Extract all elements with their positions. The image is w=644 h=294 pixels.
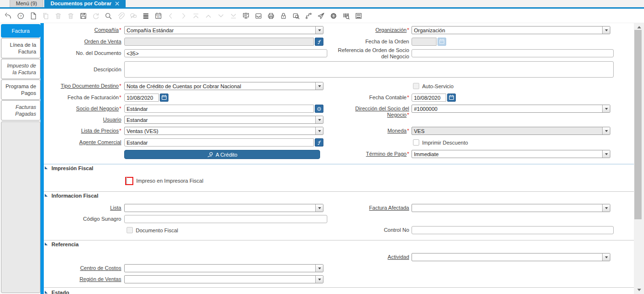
undo-icon[interactable] — [4, 12, 12, 20]
control-no-input[interactable] — [412, 226, 614, 234]
socio-negocio-input[interactable] — [124, 105, 314, 113]
sidebar-tab-impuesto-factura[interactable]: Impuesto de la Factura — [1, 59, 40, 79]
tipo-documento-combobox[interactable] — [124, 82, 323, 90]
lock-icon[interactable] — [279, 12, 287, 20]
termino-pago-dropdown-button[interactable] — [602, 150, 610, 158]
lista-combobox[interactable] — [124, 204, 323, 212]
impreso-impresora-fiscal-checkbox[interactable] — [126, 177, 127, 184]
estado-title[interactable]: Estado — [52, 290, 69, 294]
no-documento-input[interactable] — [124, 49, 327, 57]
grid-toggle-icon[interactable] — [142, 12, 150, 20]
scrollbar-thumb[interactable] — [634, 30, 642, 219]
referencia-title[interactable]: Referencia — [52, 241, 78, 247]
fecha-orden-field — [412, 38, 446, 46]
direccion-socio-input[interactable] — [412, 105, 602, 112]
actividad-input[interactable] — [412, 254, 602, 261]
centro-costos-dropdown-button[interactable] — [315, 265, 323, 272]
agente-comercial-input[interactable] — [124, 138, 314, 147]
termino-pago-combobox[interactable] — [412, 150, 610, 158]
region-ventas-input[interactable] — [125, 276, 315, 283]
archive-icon[interactable] — [254, 12, 262, 20]
descripcion-label: Descripción — [44, 67, 121, 73]
chevron-down-icon — [605, 108, 608, 111]
usuario-dropdown-button[interactable] — [315, 116, 323, 123]
scroll-down-button[interactable] — [634, 287, 644, 293]
send-mail-icon[interactable] — [317, 12, 325, 20]
print-icon[interactable] — [267, 12, 275, 20]
compania-combobox[interactable] — [124, 26, 323, 34]
factura-afectada-combobox[interactable] — [412, 204, 610, 212]
codigo-sunagro-input[interactable] — [124, 215, 327, 223]
organizacion-input[interactable] — [412, 27, 602, 34]
imprimir-descuento-label: Imprimir Descuento — [422, 140, 468, 146]
collapse-triangle-icon[interactable] — [45, 291, 48, 294]
new-record-icon[interactable] — [29, 12, 37, 20]
centro-costos-input[interactable] — [125, 265, 315, 272]
find-icon[interactable] — [104, 12, 112, 20]
organizacion-dropdown-button[interactable] — [602, 27, 610, 34]
collapse-triangle-icon[interactable] — [45, 242, 48, 245]
termino-pago-input[interactable] — [412, 150, 602, 158]
lista-precios-combobox[interactable] — [124, 127, 323, 135]
a-credito-button[interactable]: A Crédito — [124, 150, 320, 159]
region-ventas-combobox[interactable] — [124, 275, 323, 283]
actividad-dropdown-button[interactable] — [602, 254, 610, 261]
lista-dropdown-button[interactable] — [315, 204, 323, 212]
lista-label: Lista — [44, 205, 121, 211]
fecha-contable-input[interactable] — [412, 94, 446, 102]
informacion-fiscal-title[interactable]: Informacion Fiscal — [52, 193, 98, 199]
preferences-icon[interactable] — [329, 12, 337, 20]
direccion-socio-combobox[interactable] — [412, 105, 610, 113]
calendar-requests-icon[interactable]: 31 — [154, 12, 162, 20]
lista-precios-dropdown-button[interactable] — [315, 127, 323, 134]
vertical-scrollbar[interactable] — [634, 23, 644, 294]
close-icon[interactable] — [115, 1, 119, 6]
sidebar-tab-programa-pagos[interactable]: Programa de Pagos — [1, 80, 40, 100]
collapse-triangle-icon[interactable] — [45, 194, 48, 197]
tipo-documento-dropdown-button[interactable] — [315, 82, 323, 90]
fecha-facturacion-input[interactable] — [124, 94, 159, 102]
sidebar-tab-facturas-pagadas[interactable]: Facturas Pagadas — [1, 100, 40, 120]
compania-dropdown-button[interactable] — [315, 27, 323, 34]
compania-input[interactable] — [125, 27, 315, 34]
help-icon[interactable]: ? — [16, 12, 25, 20]
orden-venta-search-button[interactable] — [315, 38, 323, 46]
print-preview-icon[interactable] — [354, 12, 362, 20]
descripcion-textarea[interactable] — [124, 61, 614, 78]
report-icon[interactable] — [242, 12, 250, 20]
usuario-combobox[interactable] — [124, 116, 323, 124]
fecha-contable-calendar-button[interactable] — [447, 94, 456, 102]
usuario-input[interactable] — [125, 116, 315, 123]
tab-documentos-por-cobrar[interactable]: Documentos por Cobrar — [44, 0, 126, 7]
tab-menu[interactable]: Menú (9) — [10, 0, 43, 7]
organizacion-combobox[interactable] — [412, 26, 610, 34]
fecha-facturacion-calendar-button[interactable] — [160, 94, 168, 102]
lista-precios-input[interactable] — [125, 127, 315, 134]
product-info-icon[interactable] — [342, 12, 350, 20]
tipo-documento-input[interactable] — [125, 82, 315, 90]
fecha-orden-calendar-button — [438, 38, 446, 46]
region-ventas-dropdown-button[interactable] — [315, 276, 323, 283]
chevron-down-icon — [318, 207, 321, 211]
socio-negocio-search-button[interactable] — [315, 105, 323, 113]
sidebar-tab-linea-factura[interactable]: Línea de la Factura — [1, 38, 40, 58]
lista-input[interactable] — [125, 204, 315, 212]
sidebar-tab-factura[interactable]: Factura — [1, 24, 40, 38]
centro-costos-combobox[interactable] — [124, 264, 323, 272]
referencia-orden-input[interactable] — [412, 49, 614, 57]
direccion-socio-dropdown-button[interactable] — [602, 105, 610, 112]
orden-venta-field — [124, 38, 323, 46]
save-icon[interactable] — [79, 12, 87, 20]
factura-afectada-dropdown-button[interactable] — [602, 204, 610, 212]
agente-comercial-search-button[interactable] — [315, 138, 323, 147]
collapse-triangle-icon[interactable] — [45, 166, 48, 169]
workflow-icon[interactable] — [304, 12, 312, 20]
actividad-combobox[interactable] — [412, 253, 610, 261]
chevron-down-icon — [318, 29, 321, 33]
imprimir-descuento-checkbox[interactable] — [413, 139, 419, 146]
zoom-across-icon[interactable] — [292, 12, 300, 20]
chevron-down-icon — [605, 130, 608, 134]
impresion-fiscal-title[interactable]: Impresión Fiscal — [52, 165, 93, 171]
moneda-dropdown-button — [602, 127, 610, 134]
factura-afectada-input[interactable] — [412, 204, 602, 212]
